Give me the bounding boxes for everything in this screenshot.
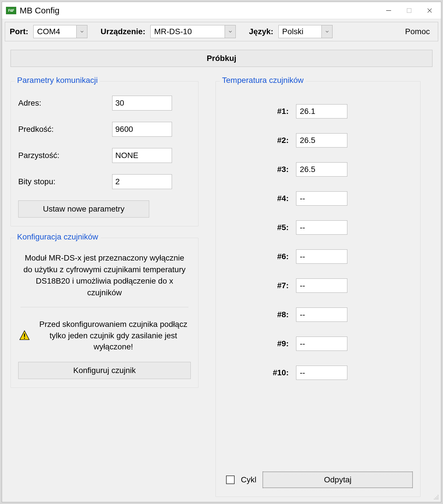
temp-label: #3: — [257, 165, 289, 174]
resize-grip[interactable] — [433, 494, 439, 500]
device-value: MR-DS-10 — [151, 27, 225, 36]
titlebar: F&F MB Config — [2, 2, 441, 19]
sensor-info-text: Moduł MR-DS-x jest przeznaczony wyłączni… — [18, 252, 191, 298]
divider — [20, 307, 188, 307]
stopbits-label: Bity stopu: — [18, 177, 112, 186]
chevron-down-icon[interactable] — [76, 25, 87, 38]
temp-label: #7: — [257, 281, 289, 290]
query-button[interactable]: Odpytaj — [262, 472, 413, 488]
temp-label: #9: — [257, 339, 289, 348]
temp-value[interactable]: -- — [296, 278, 347, 293]
svg-point-12 — [438, 497, 438, 498]
window-title: MB Config — [20, 6, 60, 15]
temp-label: #4: — [257, 194, 289, 203]
client-area: Próbkuj Parametry komunikacji Adres: 30 … — [2, 41, 441, 502]
port-label: Port: — [10, 27, 28, 36]
set-params-button[interactable]: Ustaw nowe parametry — [18, 200, 149, 218]
svg-point-9 — [438, 496, 438, 497]
device-label: Urządzenie: — [101, 27, 145, 36]
temp-label: #6: — [257, 252, 289, 261]
address-label: Adres: — [18, 99, 112, 108]
temp-value[interactable]: -- — [296, 366, 347, 380]
temp-value[interactable]: -- — [296, 191, 347, 206]
svg-point-14 — [435, 499, 436, 499]
language-value: Polski — [279, 27, 321, 36]
sensor-config-title: Konfiguracja czujników — [15, 232, 101, 241]
stopbits-input[interactable]: 2 — [112, 174, 172, 189]
cycle-checkbox[interactable] — [226, 476, 235, 484]
svg-point-15 — [436, 499, 437, 499]
warning-icon — [18, 330, 31, 341]
speed-input[interactable]: 9600 — [112, 122, 172, 137]
temp-value[interactable]: -- — [296, 220, 347, 235]
toolbar: Port: COM4 Urządzenie: MR-DS-10 Język: P… — [5, 22, 438, 41]
language-label: Język: — [249, 27, 273, 36]
temp-label: #1: — [257, 107, 289, 116]
comm-params-title: Parametry komunikacji — [15, 76, 100, 85]
svg-point-10 — [435, 497, 436, 498]
svg-point-8 — [436, 496, 437, 497]
parity-input[interactable]: NONE — [112, 148, 172, 163]
sensor-temps-group: Temperatura czujników #1:26.1 #2:26.5 #3… — [216, 81, 421, 497]
temp-label: #10: — [257, 368, 289, 377]
svg-rect-6 — [24, 338, 25, 339]
sensor-temps-title: Temperatura czujników — [220, 76, 306, 85]
maximize-button[interactable] — [399, 3, 419, 18]
temp-value[interactable]: -- — [296, 337, 347, 351]
sample-button[interactable]: Próbkuj — [11, 50, 432, 67]
svg-point-13 — [434, 499, 435, 499]
port-select[interactable]: COM4 — [33, 25, 87, 38]
app-icon: F&F — [6, 7, 16, 14]
language-select[interactable]: Polski — [278, 25, 333, 38]
cycle-label: Cykl — [241, 475, 256, 484]
app-window: F&F MB Config Port: COM4 Urządzenie: MR-… — [2, 2, 441, 502]
temp-label: #8: — [257, 310, 289, 319]
temp-value[interactable]: -- — [296, 308, 347, 322]
temp-value[interactable]: 26.5 — [296, 162, 347, 177]
device-select[interactable]: MR-DS-10 — [150, 25, 236, 38]
temp-value[interactable]: 26.5 — [296, 133, 347, 147]
close-button[interactable] — [419, 3, 440, 18]
help-button[interactable]: Pomoc — [402, 27, 433, 36]
address-input[interactable]: 30 — [112, 96, 172, 110]
temp-value[interactable]: -- — [296, 249, 347, 264]
configure-sensor-button[interactable]: Konfiguruj czujnik — [18, 362, 191, 379]
temp-value[interactable]: 26.1 — [296, 104, 347, 118]
svg-point-16 — [438, 499, 438, 499]
sensor-config-group: Konfiguracja czujników Moduł MR-DS-x jes… — [11, 238, 198, 388]
port-value: COM4 — [34, 27, 76, 36]
chevron-down-icon[interactable] — [225, 25, 235, 38]
warning-text: Przed skonfigurowaniem czujnika podłącz … — [36, 319, 191, 352]
chevron-down-icon[interactable] — [321, 25, 332, 38]
svg-rect-1 — [407, 8, 411, 13]
temp-rows: #1:26.1 #2:26.5 #3:26.5 #4:-- #5:-- #6:-… — [223, 96, 413, 469]
parity-label: Parzystość: — [18, 151, 112, 160]
temp-label: #5: — [257, 223, 289, 232]
minimize-button[interactable] — [378, 3, 399, 18]
svg-point-11 — [436, 497, 437, 498]
window-controls — [378, 3, 440, 18]
svg-rect-5 — [24, 333, 25, 337]
svg-point-7 — [438, 495, 438, 496]
comm-params-group: Parametry komunikacji Adres: 30 Predkość… — [11, 81, 198, 226]
temp-label: #2: — [257, 136, 289, 145]
speed-label: Predkość: — [18, 125, 112, 134]
